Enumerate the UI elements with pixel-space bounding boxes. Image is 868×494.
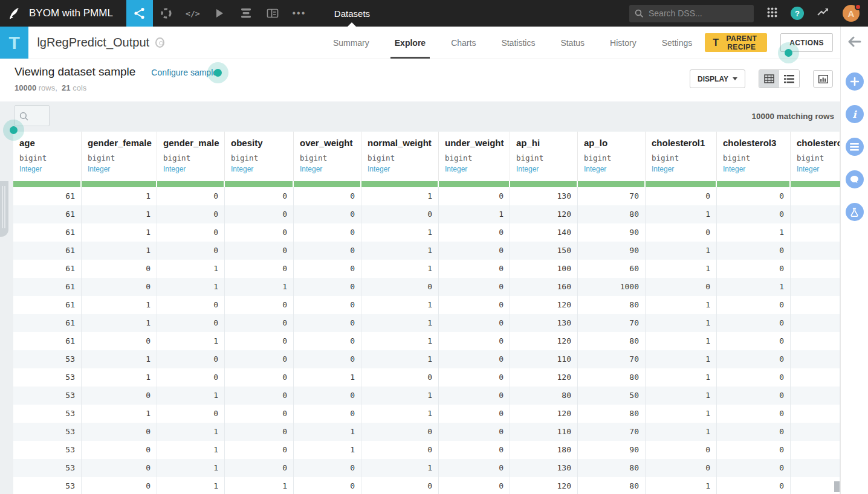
tab-status[interactable]: Status	[548, 27, 597, 59]
more-nav-icon[interactable]: •••	[286, 0, 313, 27]
table-cell: 1	[157, 332, 225, 350]
column-header-normal_weight[interactable]: normal_weightbigintInteger	[361, 132, 439, 181]
configure-sample-link[interactable]: Configure sample	[151, 68, 218, 77]
column-header-over_weight[interactable]: over_weightbigintInteger	[294, 132, 361, 181]
column-header-cholesterol3[interactable]: cholesterol3bigintInteger	[717, 132, 791, 181]
table-cell: 160	[510, 278, 578, 296]
table-view-button[interactable]	[759, 70, 779, 88]
table-cell: 1	[82, 242, 157, 260]
table-cell: 130	[510, 459, 578, 477]
column-meaning-link[interactable]: Integer	[584, 165, 640, 173]
column-header-ap_hi[interactable]: ap_hibigintInteger	[510, 132, 578, 181]
quality-segment	[578, 181, 646, 187]
tour-dot-table-header[interactable]	[10, 126, 18, 134]
column-header-gender_female[interactable]: gender_femalebigintInteger	[82, 132, 157, 181]
discussions-button[interactable]	[846, 170, 864, 188]
table-cell: 1	[82, 368, 157, 387]
add-button[interactable]	[846, 72, 864, 91]
column-header-under_weight[interactable]: under_weightbigintInteger	[439, 132, 510, 181]
column-meaning-link[interactable]: Integer	[516, 165, 572, 173]
table-cell: 0	[294, 260, 361, 278]
display-dropdown[interactable]: DISPLAY	[690, 69, 745, 88]
navigate-flow-icon[interactable]	[155, 37, 164, 48]
lab-button[interactable]	[846, 203, 864, 221]
table-cell: 1	[157, 423, 225, 441]
column-meaning-link[interactable]: Integer	[88, 165, 152, 173]
column-meaning-link[interactable]: Integer	[163, 165, 219, 173]
table-cell: 1	[361, 187, 439, 205]
tab-settings[interactable]: Settings	[649, 27, 705, 59]
quality-segment	[13, 181, 82, 187]
tour-dot-actions[interactable]	[785, 49, 792, 57]
column-meaning-link[interactable]: Integer	[231, 165, 288, 173]
apps-grid-icon[interactable]	[767, 7, 777, 20]
table-cell: 0	[294, 187, 361, 205]
column-storage-type: bigint	[88, 153, 152, 162]
user-avatar[interactable]: A	[843, 5, 860, 22]
table-row: 611000101307000	[13, 187, 840, 205]
help-icon[interactable]: ?	[791, 7, 804, 20]
run-nav-icon[interactable]	[206, 0, 233, 27]
table-cell: 0	[717, 187, 791, 205]
table-cell: 53	[13, 459, 82, 477]
quality-segment	[82, 181, 157, 187]
table-cell: 1	[82, 405, 157, 423]
table-cell: 53	[13, 350, 82, 368]
column-meaning-link[interactable]: Integer	[445, 165, 505, 173]
dataiku-logo[interactable]	[0, 0, 29, 27]
sample-title: Viewing dataset sample	[15, 65, 135, 79]
row-col-count: 10000 rows, 21 cols	[15, 83, 86, 92]
table-cell: 70	[578, 314, 646, 332]
tab-statistics[interactable]: Statistics	[488, 27, 548, 59]
filter-panel-handle[interactable]	[0, 181, 8, 237]
table-cell: 1	[361, 459, 439, 477]
table-cell: 61	[13, 296, 82, 314]
table-cell: 1	[361, 350, 439, 368]
column-meaning-link[interactable]: Integer	[797, 165, 835, 173]
navbar-section-datasets[interactable]: Datasets	[329, 0, 375, 27]
quality-segment	[294, 181, 361, 187]
table-cell: 0	[717, 314, 791, 332]
table-cell: 1	[82, 205, 157, 223]
column-header-cholesterol1[interactable]: cholesterol1bigintInteger	[646, 132, 717, 181]
column-header-gender_male[interactable]: gender_malebigintInteger	[157, 132, 225, 181]
column-header-obesity[interactable]: obesitybigintInteger	[225, 132, 294, 181]
details-button[interactable]: i	[846, 105, 864, 123]
trend-icon[interactable]	[817, 7, 829, 20]
list-view-button[interactable]	[779, 70, 799, 88]
column-meaning-link[interactable]: Integer	[723, 165, 785, 173]
quality-segment	[646, 181, 717, 187]
table-cell: 0	[157, 368, 225, 387]
table-cell: 1	[646, 332, 717, 350]
table-search-box[interactable]	[15, 105, 50, 126]
tab-summary[interactable]: Summary	[320, 27, 382, 59]
quick-charts-button[interactable]	[813, 70, 833, 88]
flow-nav-icon[interactable]	[126, 0, 153, 27]
dataset-type-badge[interactable]: T	[0, 27, 28, 59]
column-header-cholesterol2[interactable]: cholesterol2bigintInteger	[791, 132, 840, 181]
column-header-ap_lo[interactable]: ap_lobigintInteger	[578, 132, 646, 181]
table-cell	[791, 187, 840, 205]
dashboards-nav-icon[interactable]	[259, 0, 286, 27]
column-header-age[interactable]: agebigintInteger	[13, 132, 82, 181]
table-row: 611000011208010	[13, 205, 840, 223]
tab-history[interactable]: History	[597, 27, 649, 59]
search-input[interactable]	[629, 5, 754, 22]
table-row: 531001001208010	[13, 368, 840, 387]
parent-recipe-button[interactable]: T PARENT RECIPE	[705, 33, 767, 52]
schema-button[interactable]	[846, 138, 864, 156]
lab-nav-icon[interactable]	[153, 0, 180, 27]
code-nav-icon[interactable]: </>	[180, 0, 206, 27]
column-meaning-link[interactable]: Integer	[300, 165, 356, 173]
project-name[interactable]: BYOM with PMML	[29, 7, 113, 19]
vertical-scrollbar[interactable]	[834, 481, 840, 492]
tour-dot-configure-sample[interactable]	[214, 69, 222, 77]
column-meaning-link[interactable]: Integer	[368, 165, 433, 173]
table-cell: 1	[646, 387, 717, 405]
jobs-nav-icon[interactable]	[233, 0, 259, 27]
collapse-panel-arrow-icon[interactable]	[848, 36, 861, 50]
column-meaning-link[interactable]: Integer	[652, 165, 711, 173]
tab-explore[interactable]: Explore	[382, 27, 438, 59]
tab-charts[interactable]: Charts	[438, 27, 488, 59]
column-meaning-link[interactable]: Integer	[19, 165, 76, 173]
